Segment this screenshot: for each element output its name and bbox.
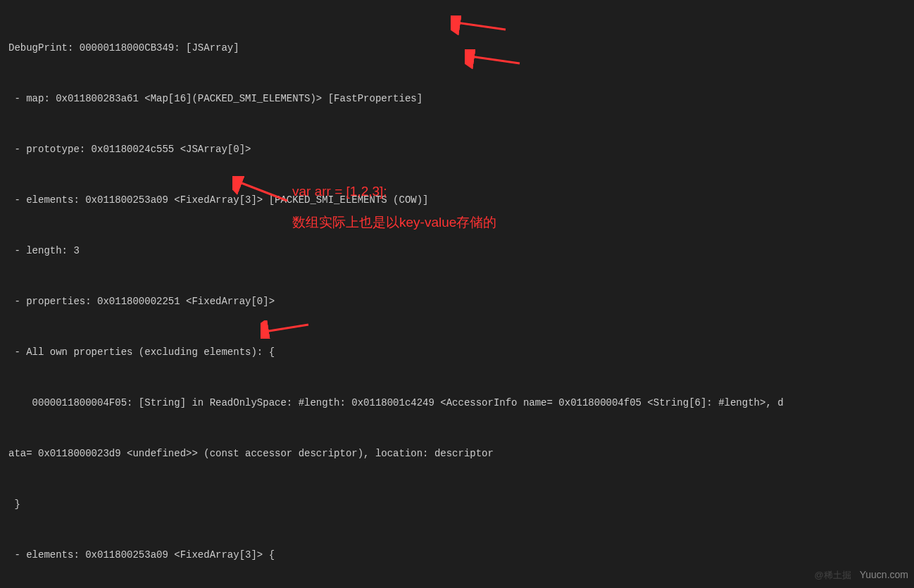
debug-line: - elements: 0x011800253a09 <FixedArray[3…: [8, 546, 906, 563]
debug-line: - map: 0x011800283a61 <Map[16](PACKED_SM…: [8, 90, 906, 107]
watermark-left: @稀土掘: [815, 567, 851, 584]
debug-line: - length: 3: [8, 242, 906, 259]
debug-line: ata= 0x0118000023d9 <undefined>> (const …: [8, 445, 906, 462]
annotation-code: var arr = [1,2,3];: [292, 183, 387, 200]
debug-line: }: [8, 496, 906, 513]
terminal-output: DebugPrint: 00000118000CB349: [JSArray] …: [8, 6, 906, 588]
debug-line: - All own properties (excluding elements…: [8, 344, 906, 361]
watermark: @稀土掘 Yuucn.com: [815, 566, 908, 584]
debug-line: DebugPrint: 00000118000CB349: [JSArray]: [8, 39, 906, 56]
debug-line: - prototype: 0x01180024c555 <JSArray[0]>: [8, 141, 906, 158]
debug-line: - properties: 0x011800002251 <FixedArray…: [8, 293, 906, 310]
debug-line: - elements: 0x011800253a09 <FixedArray[3…: [8, 192, 906, 208]
debug-line: 0000011800004F05: [String] in ReadOnlySp…: [8, 394, 906, 411]
annotation-explanation: 数组实际上也是以key-value存储的: [292, 214, 496, 231]
watermark-right: Yuucn.com: [860, 566, 908, 583]
